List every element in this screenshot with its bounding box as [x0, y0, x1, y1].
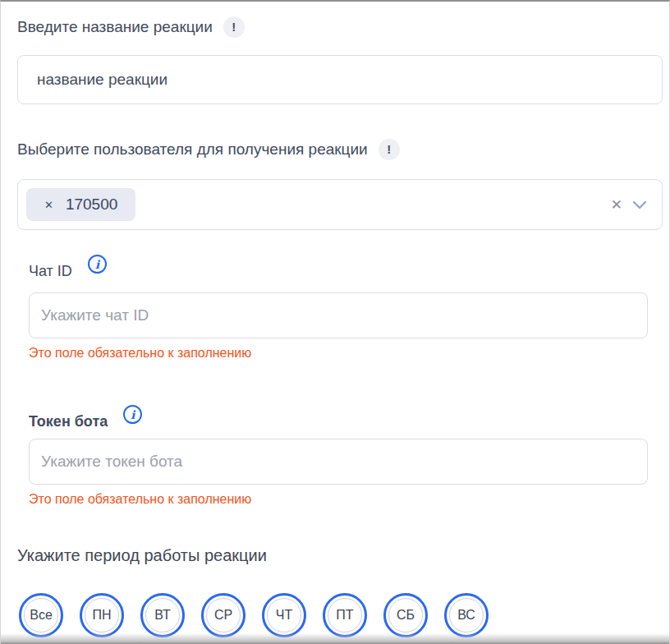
day-button-sun[interactable]: ВС: [444, 593, 489, 637]
bot-token-error: Это поле обязательно к заполнению: [29, 491, 669, 508]
day-button-label: ВТ: [145, 598, 180, 632]
reaction-name-label-row: Введите название реакции !: [17, 16, 653, 38]
tag-remove-icon[interactable]: ✕: [44, 200, 53, 210]
clear-selection-icon[interactable]: ✕: [611, 198, 622, 212]
selected-user-tag: ✕ 170500: [26, 188, 135, 221]
chevron-down-icon[interactable]: [632, 200, 647, 209]
info-icon[interactable]: i: [123, 405, 142, 424]
period-heading: Укажите период работы реакции: [17, 545, 653, 565]
day-button-fri[interactable]: ПТ: [323, 593, 367, 637]
day-button-label: СР: [206, 598, 241, 632]
day-button-label: ВС: [449, 598, 484, 632]
days-of-week-row: Все ПН ВТ СР ЧТ ПТ СБ ВС: [19, 593, 669, 637]
reaction-form-panel: Введите название реакции ! Выберите поль…: [0, 0, 670, 644]
bot-token-input[interactable]: [29, 439, 648, 485]
bot-token-label-row: Токен бота i: [29, 412, 669, 431]
required-warning-icon: !: [223, 16, 245, 38]
tag-label: 170500: [66, 196, 117, 214]
day-button-label: ЧТ: [267, 598, 301, 632]
day-button-label: Все: [24, 598, 58, 632]
chat-id-error: Это поле обязательно к заполнению: [29, 345, 669, 361]
user-select-label-row: Выберите пользователя для получения реак…: [17, 139, 653, 160]
day-button-label: СБ: [388, 598, 423, 632]
user-select-label: Выберите пользователя для получения реак…: [17, 139, 368, 160]
reaction-name-input[interactable]: [17, 55, 663, 104]
day-button-all[interactable]: Все: [19, 593, 63, 637]
info-icon[interactable]: i: [88, 255, 107, 274]
chat-id-label-row: Чат ID i: [29, 261, 669, 281]
day-button-tue[interactable]: ВТ: [140, 593, 185, 637]
day-button-sat[interactable]: СБ: [383, 593, 428, 637]
day-button-wed[interactable]: СР: [201, 593, 246, 637]
reaction-name-label: Введите название реакции: [17, 16, 213, 38]
day-button-label: ПТ: [328, 598, 362, 632]
bot-token-label: Токен бота: [29, 412, 108, 431]
chat-id-label: Чат ID: [29, 261, 72, 281]
day-button-mon[interactable]: ПН: [80, 593, 124, 637]
chat-id-input[interactable]: [29, 292, 648, 338]
user-multiselect[interactable]: ✕ 170500 ✕: [17, 179, 663, 230]
day-button-label: ПН: [85, 598, 119, 632]
required-warning-icon: !: [379, 139, 400, 160]
day-button-thu[interactable]: ЧТ: [262, 593, 306, 637]
